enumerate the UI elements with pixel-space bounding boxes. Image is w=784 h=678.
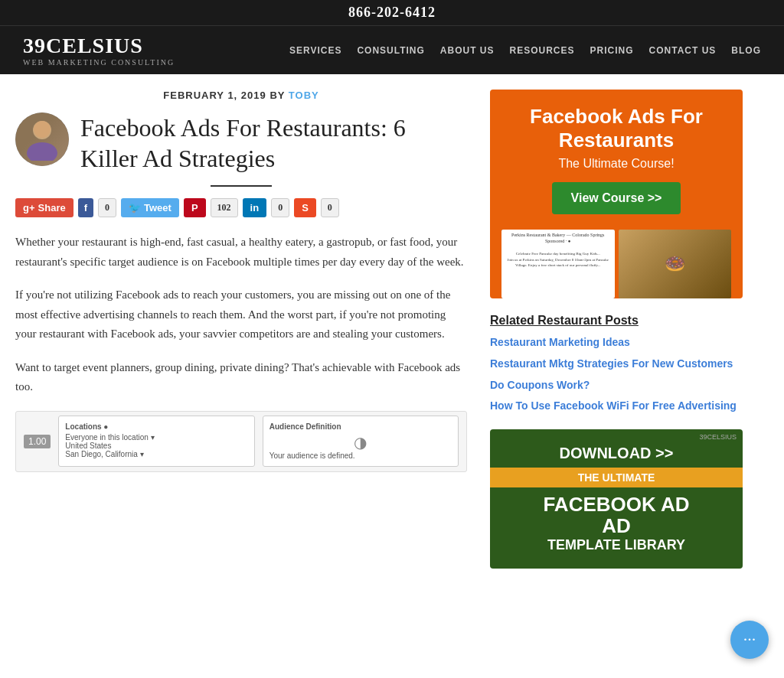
title-divider	[211, 185, 272, 187]
nav-link-contact[interactable]: CONTACT US	[649, 45, 717, 56]
post-meta: FEBRUARY 1, 2019 BY TOBY	[15, 90, 467, 101]
ad-ribbon: THE ULTIMATE	[490, 468, 743, 487]
author-link[interactable]: TOBY	[289, 90, 319, 101]
ad-main-text: FACEBOOK AD	[501, 494, 731, 516]
ad-download-label: DOWNLOAD >>	[501, 445, 731, 461]
form-section-location: Locations ● Everyone in this location ▾ …	[58, 416, 254, 467]
related-links-list: Restaurant Marketing IdeasRestaurant Mkt…	[490, 335, 743, 413]
tweet-label: Tweet	[144, 202, 172, 214]
author-avatar	[15, 112, 69, 166]
linkedin-icon: in	[250, 202, 260, 214]
pinterest-count: 102	[211, 198, 238, 217]
form-gauge-mock: ◑	[270, 433, 452, 451]
social-share-bar: g+ Share f 0 🐦 Tweet P 102 in 0 S 0	[15, 198, 467, 217]
form-label-location: Locations ●	[65, 422, 247, 431]
svg-point-2	[34, 121, 51, 138]
site-header: 866-202-6412 39CELSIUS WEB MARKETING CON…	[0, 0, 784, 74]
ad-top-title: Facebook Ads For Restaurants	[501, 105, 731, 152]
facebook-count: 0	[98, 198, 116, 217]
nav-links-list: SERVICESCONSULTINGABOUT USRESOURCESPRICI…	[289, 44, 761, 57]
ad-last-text: TEMPLATE LIBRARY	[501, 537, 731, 553]
related-link-1[interactable]: Restaurant Mktg Strategies For New Custo…	[490, 357, 733, 370]
food-image-mock: 🍩	[619, 230, 732, 298]
linkedin-share-button[interactable]: in	[243, 198, 267, 217]
ad-banner-bottom[interactable]: 39CELSIUS DOWNLOAD >> THE ULTIMATE FACEB…	[490, 429, 743, 569]
facebook-share-button[interactable]: f	[78, 198, 93, 217]
phone-bar: 866-202-6412	[0, 0, 784, 26]
fb-post-mock: Perkins Restaurant & Bakery — Colorado S…	[501, 230, 615, 298]
nav-link-blog[interactable]: BLOG	[731, 45, 761, 56]
ad-preview-images: Perkins Restaurant & Bakery — Colorado S…	[501, 230, 731, 298]
article-body: Whether your restaurant is high-end, fas…	[15, 233, 467, 397]
nav-link-consulting[interactable]: CONSULTING	[357, 45, 424, 56]
share-label: Share	[38, 202, 66, 214]
nav-link-services[interactable]: SERVICES	[289, 45, 341, 56]
ad-preview-left: Perkins Restaurant & Bakery — Colorado S…	[501, 230, 615, 298]
nav-link-about[interactable]: ABOUT US	[440, 45, 495, 56]
article-screenshot-preview: 1.00 Locations ● Everyone in this locati…	[15, 411, 467, 472]
post-by: BY	[270, 90, 285, 101]
related-section: Related Restaurant Posts Restaurant Mark…	[490, 314, 743, 413]
article-paragraph-2: Want to target event planners, group din…	[15, 358, 467, 397]
svg-point-1	[27, 142, 57, 161]
form-field-country: United States	[65, 442, 247, 450]
fb-post-text: Perkins Restaurant & Bakery — Colorado S…	[505, 233, 612, 269]
phone-number: 866-202-6412	[348, 5, 436, 20]
stumble-icon: S	[302, 202, 309, 214]
article: FEBRUARY 1, 2019 BY TOBY Facebook Ads Fo…	[15, 90, 467, 569]
google-share-button[interactable]: g+ Share	[15, 198, 74, 217]
form-section-audience: Audience Definition ◑ Your audience is d…	[263, 416, 459, 467]
main-container: FEBRUARY 1, 2019 BY TOBY Facebook Ads Fo…	[0, 74, 784, 569]
ad-bottom-logo: 39CELSIUS	[699, 433, 737, 441]
logo[interactable]: 39CELSIUS WEB MARKETING CONSULTING	[23, 34, 175, 67]
form-audience-text: Your audience is defined.	[270, 451, 452, 460]
post-date: FEBRUARY 1, 2019	[163, 90, 266, 101]
pinterest-share-button[interactable]: P	[184, 198, 206, 217]
related-link-3[interactable]: How To Use Facebook WiFi For Free Advert…	[490, 399, 737, 412]
screenshot-inner: 1.00 Locations ● Everyone in this locati…	[24, 416, 459, 467]
related-link-2[interactable]: Do Coupons Work?	[490, 379, 590, 391]
ad-preview-right: 🍩	[619, 230, 732, 298]
screenshot-form-mock: Locations ● Everyone in this location ▾ …	[58, 416, 459, 467]
nav-link-resources[interactable]: RESOURCES	[510, 45, 575, 56]
form-field-city: San Diego, California ▾	[65, 450, 247, 458]
nav-link-pricing[interactable]: PRICING	[590, 45, 634, 56]
twitter-icon: 🐦	[129, 202, 141, 214]
pinterest-icon: P	[191, 202, 198, 214]
avatar-image	[15, 112, 69, 166]
stumble-share-button[interactable]: S	[294, 198, 316, 217]
ad-banner-top[interactable]: Facebook Ads For Restaurants The Ultimat…	[490, 90, 743, 298]
form-label-audience: Audience Definition	[270, 422, 452, 431]
related-section-title: Related Restaurant Posts	[490, 314, 743, 328]
screenshot-number: 1.00	[24, 435, 51, 448]
linkedin-count: 0	[271, 198, 289, 217]
twitter-share-button[interactable]: 🐦 Tweet	[121, 198, 179, 217]
ad-top-subtitle: The Ultimate Course!	[501, 157, 731, 171]
post-header: Facebook Ads For Restaurants: 6 Killer A…	[15, 112, 467, 174]
article-paragraph-1: If you're not utilizing Facebook ads to …	[15, 285, 467, 344]
facebook-icon: f	[84, 202, 87, 214]
related-link-0[interactable]: Restaurant Marketing Ideas	[490, 336, 630, 348]
logo-sub-text: WEB MARKETING CONSULTING	[23, 58, 175, 67]
article-title: Facebook Ads For Restaurants: 6 Killer A…	[80, 112, 467, 174]
ad-subtitle-text: AD	[501, 515, 731, 537]
stumble-count: 0	[321, 198, 339, 217]
logo-main-text: 39CELSIUS	[23, 34, 175, 58]
main-nav: 39CELSIUS WEB MARKETING CONSULTING SERVI…	[0, 26, 784, 74]
sidebar: Facebook Ads For Restaurants The Ultimat…	[490, 90, 743, 569]
google-icon: g+	[23, 202, 35, 214]
form-field-everyone: Everyone in this location ▾	[65, 433, 247, 442]
article-paragraph-0: Whether your restaurant is high-end, fas…	[15, 233, 467, 272]
view-course-button[interactable]: View Course >>	[552, 182, 681, 214]
